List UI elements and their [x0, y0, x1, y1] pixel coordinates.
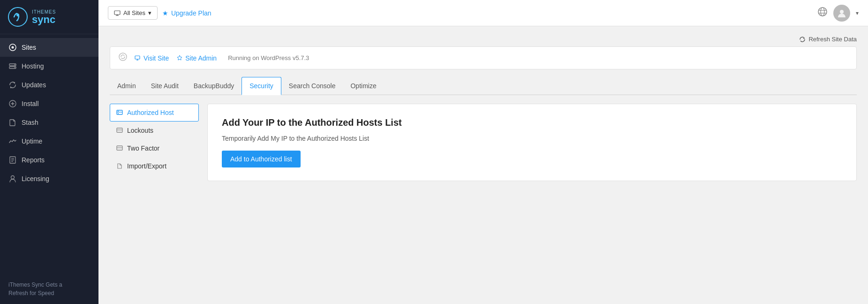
- sidebar-item-label: Updates: [22, 81, 46, 89]
- svg-point-0: [8, 8, 27, 26]
- sidebar-item-label: Licensing: [22, 175, 49, 182]
- security-main-content: Add Your IP to the Authorized Hosts List…: [207, 104, 857, 181]
- refresh-site-data-button[interactable]: Refresh Site Data: [799, 36, 857, 43]
- topbar-left: All Sites ▾ ★ Upgrade Plan: [108, 6, 211, 20]
- security-content-description: Temporarily Add My IP to the Authorized …: [222, 135, 842, 142]
- tab-site-audit[interactable]: Site Audit: [143, 77, 186, 95]
- visit-site-icon: [135, 55, 141, 61]
- install-icon: [8, 99, 17, 108]
- site-info-links: Visit Site Site Admin Running on WordPre…: [135, 54, 309, 62]
- tab-search-console[interactable]: Search Console: [281, 77, 343, 95]
- svg-point-3: [12, 46, 14, 49]
- hosting-icon: [8, 62, 17, 70]
- security-layout: Authorized Host Lockouts Two Factor Impo…: [110, 104, 857, 181]
- tab-security[interactable]: Security: [242, 77, 281, 95]
- content-area: Refresh Site Data Visit Site Site Admin …: [98, 26, 868, 304]
- svg-point-20: [821, 8, 824, 16]
- sidebar-item-updates[interactable]: Updates: [0, 76, 98, 94]
- sidebar-item-sites[interactable]: Sites: [0, 38, 98, 57]
- dropdown-chevron: ▾: [148, 9, 151, 16]
- user-avatar-icon: [837, 8, 847, 18]
- svg-point-1: [16, 14, 19, 16]
- site-admin-link[interactable]: Site Admin: [176, 54, 217, 62]
- svg-point-30: [118, 111, 119, 112]
- logo: iThemes sync: [0, 0, 98, 34]
- sidebar-item-label: Stash: [22, 119, 38, 126]
- logo-sync: sync: [32, 15, 56, 25]
- site-status-icon: [119, 53, 127, 63]
- upgrade-plan-button[interactable]: ★ Upgrade Plan: [162, 9, 211, 17]
- sidebar-footer: iThemes Sync Gets a Refresh for Speed: [0, 274, 98, 304]
- reports-icon: [8, 156, 17, 164]
- logo-text: iThemes sync: [32, 9, 56, 25]
- svg-rect-25: [135, 56, 140, 59]
- globe-button[interactable]: [817, 7, 828, 19]
- monitor-icon: [114, 10, 121, 16]
- star-icon: ★: [162, 9, 168, 17]
- svg-point-6: [15, 64, 15, 65]
- site-admin-icon: [176, 55, 183, 61]
- two-factor-icon: [116, 144, 123, 152]
- security-nav-two-factor[interactable]: Two Factor: [110, 139, 199, 157]
- visit-site-link[interactable]: Visit Site: [135, 54, 169, 62]
- site-info-bar: Visit Site Site Admin Running on WordPre…: [110, 46, 857, 69]
- sidebar-item-label: Reports: [22, 156, 45, 164]
- svg-point-24: [119, 53, 127, 61]
- globe-icon: [817, 7, 828, 17]
- lockouts-icon: [116, 127, 123, 134]
- sidebar-nav: Sites Hosting Updates Install Stash Upti…: [0, 34, 98, 274]
- svg-point-15: [11, 176, 15, 179]
- security-nav-authorized-host[interactable]: Authorized Host: [110, 104, 199, 122]
- tab-admin[interactable]: Admin: [110, 77, 143, 95]
- site-version: Running on WordPress v5.7.3: [228, 54, 309, 61]
- topbar-right: ▾: [817, 5, 859, 22]
- svg-point-23: [840, 10, 844, 14]
- add-to-authorized-list-button[interactable]: Add to Authorized list: [222, 151, 301, 167]
- tab-backupbuddy[interactable]: BackupBuddy: [186, 77, 242, 95]
- refresh-icon: [799, 36, 806, 43]
- security-nav-lockouts[interactable]: Lockouts: [110, 122, 199, 139]
- licensing-icon: [8, 175, 17, 183]
- security-nav-import-export[interactable]: Import/Export: [110, 157, 199, 175]
- sidebar-item-licensing[interactable]: Licensing: [0, 169, 98, 188]
- topbar: All Sites ▾ ★ Upgrade Plan ▾: [98, 0, 868, 26]
- sidebar-item-hosting[interactable]: Hosting: [0, 57, 98, 76]
- svg-rect-16: [114, 11, 120, 15]
- sidebar-item-uptime[interactable]: Uptime: [0, 132, 98, 151]
- import-export-icon: [116, 162, 123, 170]
- svg-point-31: [118, 113, 119, 114]
- sidebar-item-label: Hosting: [22, 62, 44, 70]
- sites-icon: [8, 43, 17, 52]
- refresh-row: Refresh Site Data: [110, 36, 857, 43]
- security-sidebar-nav: Authorized Host Lockouts Two Factor Impo…: [110, 104, 199, 181]
- svg-point-19: [818, 8, 827, 16]
- sidebar-item-label: Install: [22, 100, 39, 107]
- sidebar: iThemes sync Sites Hosting Updates Insta…: [0, 0, 98, 304]
- sidebar-item-stash[interactable]: Stash: [0, 113, 98, 132]
- all-sites-button[interactable]: All Sites ▾: [108, 6, 158, 20]
- sync-icon: [119, 53, 127, 61]
- main-content: All Sites ▾ ★ Upgrade Plan ▾ Refresh Sit…: [98, 0, 868, 304]
- logo-icon: [8, 7, 28, 27]
- avatar[interactable]: [833, 5, 850, 22]
- authorized-host-icon: [116, 109, 123, 116]
- sidebar-item-label: Sites: [22, 44, 36, 51]
- tabs-bar: Admin Site Audit BackupBuddy Security Se…: [110, 77, 857, 95]
- stash-icon: [8, 118, 17, 127]
- sidebar-item-label: Uptime: [22, 137, 42, 145]
- uptime-icon: [8, 137, 17, 145]
- updates-icon: [8, 81, 17, 89]
- security-content-title: Add Your IP to the Authorized Hosts List: [222, 117, 842, 128]
- sidebar-item-install[interactable]: Install: [0, 94, 98, 113]
- tab-optimize[interactable]: Optimize: [343, 77, 384, 95]
- sidebar-item-reports[interactable]: Reports: [0, 151, 98, 169]
- svg-point-7: [15, 67, 15, 68]
- avatar-dropdown-arrow[interactable]: ▾: [856, 10, 859, 16]
